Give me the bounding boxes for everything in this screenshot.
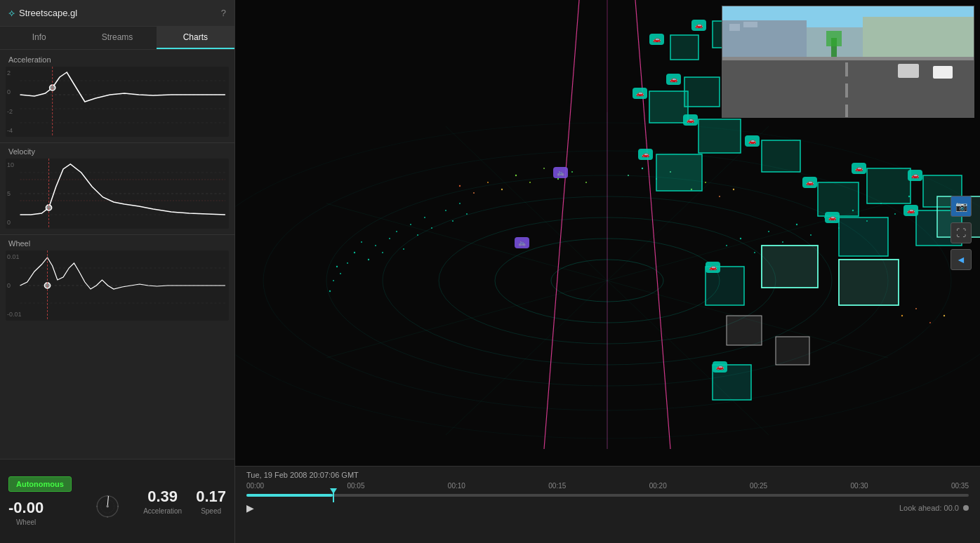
tab-info[interactable]: Info (0, 27, 78, 49)
svg-rect-107 (698, 119, 741, 153)
svg-point-24 (96, 505, 98, 507)
svg-rect-131 (826, 31, 842, 46)
lidar-controls: 📷 ⛶ ◄ (951, 196, 972, 270)
svg-rect-105 (684, 77, 720, 107)
bike-label-2: 🚲 (515, 237, 529, 248)
svg-point-55 (452, 220, 453, 222)
speed-gauge: 0.17 Speed (196, 488, 226, 515)
wheel-y-labels: 0.01 0 -0.01 (7, 250, 22, 321)
wheel-chart-title: Wheel (6, 239, 229, 248)
svg-point-91 (733, 189, 734, 190)
speedometer (88, 481, 126, 523)
svg-point-39 (375, 245, 376, 246)
svg-point-84 (628, 175, 629, 176)
svg-point-90 (719, 196, 720, 197)
svg-point-66 (810, 234, 812, 236)
svg-point-72 (894, 213, 896, 215)
svg-point-44 (403, 248, 404, 250)
svg-rect-116 (839, 260, 899, 305)
svg-point-81 (487, 182, 489, 183)
wheel-label: Wheel (16, 518, 36, 526)
svg-point-51 (336, 266, 338, 267)
speed-label: Speed (201, 507, 221, 515)
svg-point-65 (796, 224, 797, 225)
tab-streams[interactable]: Streams (78, 27, 156, 49)
svg-line-20 (107, 495, 108, 506)
acceleration-svg (6, 67, 229, 137)
svg-point-47 (347, 262, 348, 264)
svg-point-64 (782, 241, 783, 243)
svg-point-41 (389, 238, 390, 239)
autonomous-badge: Autonomous (8, 476, 72, 492)
compass-btn[interactable]: ◄ (951, 249, 972, 270)
car-label-2: 🚗 (691, 20, 706, 31)
charts-area: Acceleration 2 0 -2 -4 (0, 50, 234, 459)
help-icon[interactable]: ? (221, 8, 226, 18)
speedometer-svg (88, 481, 126, 523)
svg-point-48 (410, 224, 411, 225)
acceleration-chart-title: Acceleration (6, 55, 229, 64)
svg-point-77 (557, 178, 559, 180)
car-label-8: 🚗 (638, 149, 653, 160)
svg-rect-133 (845, 62, 848, 76)
car-label-12: 🚗 (908, 170, 922, 181)
svg-point-56 (459, 203, 461, 204)
svg-point-23 (107, 516, 108, 517)
brand-icon: ⟡ (8, 7, 15, 19)
svg-rect-115 (762, 246, 818, 288)
wheel-chart-section: Wheel 0.01 0 -0.01 (0, 239, 234, 321)
svg-point-94 (929, 322, 931, 323)
svg-point-57 (466, 213, 468, 215)
wheel-chart: 0.01 0 -0.01 (6, 250, 229, 321)
play-button[interactable]: ▶ (246, 502, 254, 514)
svg-point-82 (473, 192, 475, 194)
svg-rect-127 (743, 22, 757, 27)
velocity-chart-title: Velocity (6, 147, 229, 156)
right-panel: 🚗 🚗 🚗 🚗 🚗 🚗 🚗 🚗 (235, 0, 980, 543)
wheel-value: -0.00 (8, 499, 44, 517)
svg-rect-136 (898, 64, 919, 78)
velocity-chart-section: Velocity 10 5 0 (0, 147, 234, 229)
svg-rect-120 (727, 316, 762, 345)
svg-point-45 (361, 241, 362, 243)
svg-point-58 (333, 280, 334, 281)
camera-toggle-btn[interactable]: 📷 (951, 196, 972, 217)
svg-rect-135 (845, 105, 848, 118)
car-label-5: 🚗 (666, 74, 681, 85)
svg-point-21 (106, 505, 108, 507)
central-vehicle-label: 🚗 (706, 262, 720, 273)
divider-2 (0, 234, 234, 235)
svg-point-61 (740, 238, 741, 239)
svg-rect-110 (818, 182, 859, 216)
timeline-track[interactable] (246, 494, 969, 497)
tab-charts[interactable]: Charts (157, 27, 234, 49)
look-ahead-dot (963, 505, 969, 511)
expand-btn[interactable]: ⛶ (951, 222, 972, 243)
svg-rect-109 (762, 140, 800, 172)
panel-header: ⟡ Streetscape.gl ? (0, 0, 234, 27)
svg-point-40 (382, 252, 383, 253)
svg-point-60 (726, 245, 727, 246)
svg-rect-138 (722, 57, 974, 60)
car-label-7: 🚗 (683, 114, 698, 126)
svg-point-50 (340, 273, 341, 274)
car-label-1: 🚗 (649, 34, 664, 45)
svg-point-78 (571, 171, 573, 173)
svg-point-95 (943, 315, 945, 316)
svg-point-25 (117, 505, 119, 507)
timeline-timestamp: Tue, 19 Feb 2008 20:07:06 GMT (246, 471, 969, 479)
svg-rect-113 (839, 217, 888, 256)
svg-point-93 (915, 308, 917, 309)
svg-point-42 (368, 259, 369, 260)
svg-rect-134 (845, 83, 848, 98)
svg-point-59 (329, 290, 331, 292)
svg-point-49 (417, 234, 418, 236)
svg-point-43 (396, 231, 397, 232)
svg-point-62 (754, 252, 755, 253)
acceleration-label: Acceleration (143, 507, 182, 515)
brand-name: ⟡ Streetscape.gl (8, 7, 77, 19)
look-ahead-label: Look ahead: 00.0 (899, 504, 959, 512)
car-label-11: 🚗 (852, 163, 866, 174)
car-label-10: 🚗 (802, 177, 817, 188)
acceleration-chart-section: Acceleration 2 0 -2 -4 (0, 55, 234, 137)
